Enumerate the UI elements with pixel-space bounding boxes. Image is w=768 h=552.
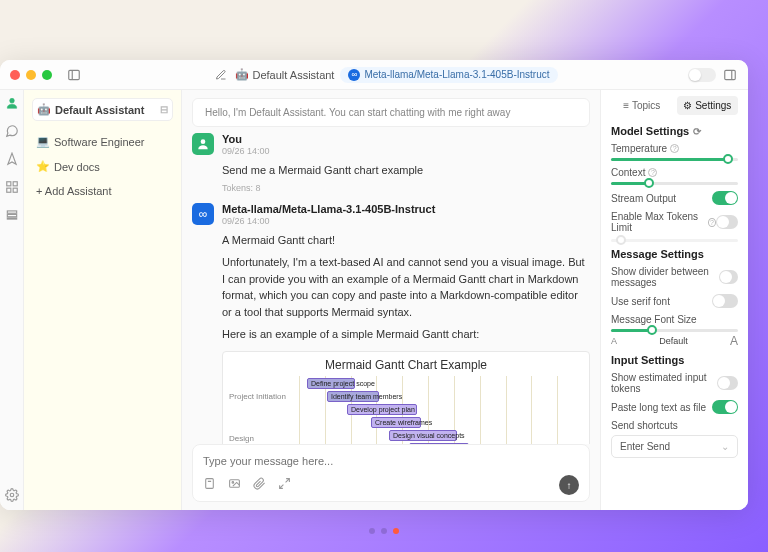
assistant-item-label: Dev docs (54, 161, 100, 173)
panel-toggle-icon[interactable] (722, 67, 738, 83)
chat-input[interactable] (203, 455, 579, 467)
est-tokens-toggle[interactable] (717, 376, 738, 390)
edit-icon[interactable] (213, 67, 229, 83)
robot-icon: 🤖 (235, 68, 249, 81)
svg-rect-8 (6, 188, 10, 192)
close-window-icon[interactable] (10, 70, 20, 80)
svg-point-14 (201, 139, 206, 144)
message-author: You (222, 133, 590, 145)
collapse-icon[interactable]: ⊟ (160, 104, 168, 115)
expand-icon[interactable] (278, 477, 291, 493)
send-button[interactable]: ↑ (559, 475, 579, 495)
assistant-indicator[interactable]: 🤖 Default Assistant (235, 68, 335, 81)
assistant-list: 💻 Software Engineer ⭐ Dev docs + Add Ass… (32, 129, 173, 203)
shortcuts-select[interactable]: Enter Send ⌄ (611, 435, 738, 458)
serif-toggle[interactable] (712, 294, 738, 308)
star-icon: ⭐ (36, 160, 50, 173)
link-icon[interactable] (253, 477, 266, 493)
message-author: Meta-llama/Meta-Llama-3.1-405B-Instruct (222, 203, 590, 215)
tab-label: Topics (632, 100, 660, 111)
stream-output-toggle[interactable] (712, 191, 738, 205)
add-assistant-button[interactable]: + Add Assistant (32, 179, 173, 203)
shortcuts-value: Enter Send (620, 441, 670, 452)
svg-rect-10 (7, 211, 16, 213)
paste-file-toggle[interactable] (712, 400, 738, 414)
svg-point-18 (232, 482, 234, 484)
gantt-section-label: Project Initiation (229, 392, 295, 401)
svg-marker-5 (7, 153, 15, 164)
info-icon[interactable]: ? (708, 218, 716, 227)
svg-rect-6 (6, 182, 10, 186)
message-text: Unfortunately, I'm a text-based AI and c… (222, 254, 590, 320)
message-settings-header: Message Settings (611, 248, 738, 260)
add-assistant-label: + Add Assistant (36, 185, 112, 197)
svg-point-13 (10, 493, 14, 497)
assistant-panel: 🤖 Default Assistant ⊟ 💻 Software Enginee… (24, 90, 182, 510)
gear-icon: ⚙ (683, 100, 692, 111)
attach-file-icon[interactable] (203, 477, 216, 493)
svg-rect-15 (206, 479, 214, 489)
max-tokens-toggle[interactable] (716, 215, 738, 229)
meta-logo-icon: ∞ (348, 69, 360, 81)
message-time: 09/26 14:00 (222, 216, 590, 226)
tab-settings[interactable]: ⚙ Settings (677, 96, 739, 115)
info-icon[interactable]: ? (670, 144, 679, 153)
dot-icon[interactable] (393, 528, 399, 534)
settings-rail-icon[interactable] (5, 488, 19, 502)
dot-icon[interactable] (381, 528, 387, 534)
font-size-default-label: Default (659, 336, 688, 346)
stream-output-label: Stream Output (611, 193, 676, 204)
model-chip[interactable]: ∞ Meta-llama/Meta-Llama-3.1-405B-Instruc… (340, 67, 557, 83)
max-tokens-label: Enable Max Tokens Limit ? (611, 211, 716, 233)
font-size-slider[interactable] (611, 329, 738, 332)
traffic-lights (10, 70, 52, 80)
settings-tabs: ≡ Topics ⚙ Settings (611, 96, 738, 115)
laptop-icon: 💻 (36, 135, 50, 148)
message-text: Here is an example of a simple Mermaid G… (222, 326, 590, 343)
stack-rail-icon[interactable] (5, 208, 19, 222)
list-icon: ≡ (623, 100, 629, 111)
input-toolbar: ↑ (203, 475, 579, 495)
image-icon[interactable] (228, 477, 241, 493)
model-name: Meta-llama/Meta-Llama-3.1-405B-Instruct (364, 69, 549, 80)
serif-label: Use serif font (611, 296, 670, 307)
font-size-label: Message Font Size (611, 314, 738, 325)
assistant-item-software-engineer[interactable]: 💻 Software Engineer (32, 129, 173, 154)
tab-topics[interactable]: ≡ Topics (611, 96, 673, 115)
divider-toggle[interactable] (719, 270, 738, 284)
max-tokens-slider[interactable] (611, 239, 738, 242)
svg-rect-7 (13, 182, 17, 186)
message-text: A Mermaid Gantt chart! (222, 232, 590, 249)
gantt-title: Mermaid Gantt Chart Example (229, 356, 583, 372)
minimize-window-icon[interactable] (26, 70, 36, 80)
paste-file-label: Paste long text as file (611, 402, 706, 413)
maximize-window-icon[interactable] (42, 70, 52, 80)
svg-rect-0 (69, 70, 80, 79)
temperature-slider[interactable] (611, 158, 738, 161)
est-tokens-label: Show estimated input tokens (611, 372, 717, 394)
chat-scroll[interactable]: You 09/26 14:00 Send me a Mermaid Gantt … (182, 133, 600, 444)
message-text: Send me a Mermaid Gantt chart example (222, 162, 590, 179)
gantt-chart: Mermaid Gantt Chart Example Project Init… (222, 351, 590, 445)
gantt-task: Create wireframes (371, 417, 421, 428)
gantt-section-label: Design (229, 434, 295, 443)
chat-rail-icon[interactable] (5, 96, 19, 110)
assistant-item-dev-docs[interactable]: ⭐ Dev docs (32, 154, 173, 179)
font-size-small-label: A (611, 336, 617, 346)
message-rail-icon[interactable] (5, 124, 19, 138)
dot-icon[interactable] (369, 528, 375, 534)
assistant-selector[interactable]: 🤖 Default Assistant ⊟ (32, 98, 173, 121)
robot-icon: 🤖 (37, 103, 51, 116)
refresh-icon[interactable]: ⟳ (693, 126, 701, 137)
context-slider[interactable] (611, 182, 738, 185)
gantt-task: Design visual concepts (389, 430, 457, 441)
input-settings-header: Input Settings (611, 354, 738, 366)
grid-rail-icon[interactable] (5, 180, 19, 194)
info-icon[interactable]: ? (648, 168, 657, 177)
ai-avatar-icon: ∞ (192, 203, 214, 225)
compass-rail-icon[interactable] (5, 152, 19, 166)
chat-input-bar: ↑ (192, 444, 590, 502)
model-settings-header: Model Settings ⟳ (611, 125, 738, 137)
sidebar-toggle-icon[interactable] (66, 67, 82, 83)
theme-toggle[interactable] (688, 68, 716, 82)
